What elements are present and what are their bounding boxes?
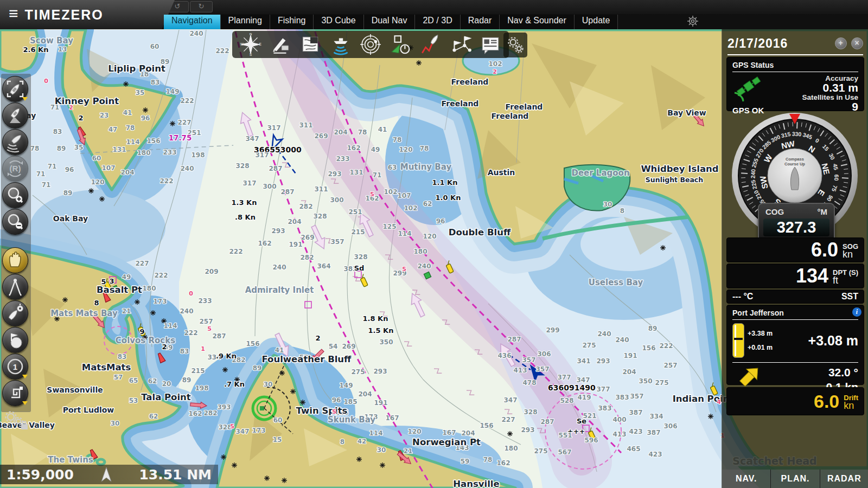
dropdown-arrow-icon[interactable] <box>22 401 28 405</box>
sounder-icon[interactable] <box>329 33 353 56</box>
rock-icon <box>279 370 285 376</box>
settings-gears-icon[interactable] <box>503 33 527 57</box>
rock-icon <box>356 457 362 462</box>
boat-track-button[interactable] <box>2 102 28 129</box>
svg-text:257: 257 <box>663 362 677 369</box>
svg-text:293: 293 <box>328 170 341 178</box>
svg-text:204: 204 <box>120 169 134 176</box>
svg-text:167: 167 <box>442 429 456 436</box>
svg-text:2: 2 <box>69 104 73 111</box>
tab-dual-nav[interactable]: Dual Nav <box>364 15 416 29</box>
man-overboard-button[interactable] <box>2 300 28 326</box>
svg-text:102: 102 <box>404 204 417 212</box>
svg-text:222: 222 <box>154 272 168 279</box>
dropdown-arrow-icon[interactable] <box>22 97 28 101</box>
dropdown-arrow-icon[interactable] <box>22 375 28 378</box>
rock-icon <box>660 245 666 251</box>
tab-2d-3d[interactable]: 2D / 3D <box>415 15 460 29</box>
rock-icon <box>170 121 175 126</box>
rock-icon <box>282 478 287 483</box>
satellites-label: Satellites in Use <box>775 93 858 101</box>
map-label: MatsMats <box>82 362 131 373</box>
redo-button[interactable]: ↻ <box>190 1 213 12</box>
relative-motion-button[interactable]: (R) <box>2 156 28 182</box>
svg-text:21: 21 <box>404 447 413 455</box>
depth-box: 134 DPT (S) ft <box>726 264 864 288</box>
svg-text:350: 350 <box>639 377 652 385</box>
map-label: Bay View <box>667 108 706 117</box>
workspace-tabs: NavigationPlanningFishing3D CubeDual Nav… <box>164 15 618 29</box>
current-label: 8 <box>94 299 99 307</box>
edit-tools-icon[interactable] <box>269 33 292 56</box>
svg-text:251: 251 <box>348 208 362 216</box>
dividers-button[interactable] <box>2 274 28 300</box>
annotations-icon[interactable] <box>478 33 502 56</box>
svg-text:293: 293 <box>271 227 285 235</box>
map-label: Double Bluff <box>449 227 511 237</box>
pan-hand-button[interactable] <box>2 247 28 273</box>
chart-toolbar: NSWE <box>232 31 509 58</box>
svg-text:78: 78 <box>126 124 135 132</box>
tab-nav-sounder[interactable]: Nav & Sounder <box>500 15 575 29</box>
tab-navigation[interactable]: Navigation <box>164 15 221 29</box>
map-label: Mats Mats Bay <box>50 309 118 318</box>
rock-icon <box>380 463 385 468</box>
svg-text:63: 63 <box>388 164 397 171</box>
app-logo: ≡ TIMEZERO <box>0 0 175 29</box>
svg-text:21: 21 <box>122 307 131 315</box>
tab-fishing[interactable]: Fishing <box>270 15 314 29</box>
cog-label: COG <box>765 207 784 216</box>
date-header: 2/17/2016 + × <box>727 33 863 55</box>
svg-text:293: 293 <box>373 368 387 375</box>
drop-mark-button[interactable] <box>2 327 28 353</box>
info-icon[interactable]: i <box>852 307 861 317</box>
compass-rose-icon[interactable]: NSWE <box>239 33 263 56</box>
route-button[interactable] <box>2 380 28 406</box>
tab-update[interactable]: Update <box>575 15 618 29</box>
tab-3d-cube[interactable]: 3D Cube <box>314 15 363 29</box>
goto-icon[interactable] <box>388 33 412 56</box>
svg-text:8: 8 <box>340 438 344 446</box>
boat-wake-button[interactable] <box>2 129 28 155</box>
svg-text:78: 78 <box>30 145 40 152</box>
zoom-out-button[interactable] <box>2 209 28 235</box>
tab-plan[interactable]: PLAN. <box>771 470 820 488</box>
add-navdata-button[interactable]: + <box>835 37 847 49</box>
compass-gauge[interactable]: 0153045607590105120135150165180195210225… <box>730 111 860 241</box>
menu-burger-icon[interactable]: ≡ <box>9 4 18 23</box>
svg-text:0: 0 <box>189 290 193 297</box>
rock-icon <box>507 431 513 436</box>
ship-wheel-icon[interactable] <box>687 15 699 29</box>
event-button[interactable]: 1 <box>2 354 28 380</box>
svg-text:30: 30 <box>603 201 612 208</box>
center-on-boat-button[interactable] <box>2 76 28 102</box>
tab-nav[interactable]: NAV. <box>722 470 771 488</box>
map-label: Swansonville <box>47 386 103 394</box>
chart-select-icon[interactable] <box>298 33 322 56</box>
zoom-in-button[interactable] <box>2 182 28 208</box>
svg-text:114: 114 <box>398 230 411 237</box>
svg-text:60: 60 <box>150 43 159 50</box>
svg-text:311: 311 <box>299 121 312 129</box>
active-route-icon[interactable] <box>419 33 443 56</box>
svg-text:5: 5 <box>370 191 374 198</box>
tab-radar[interactable]: RADAR <box>820 470 868 488</box>
svg-text:311: 311 <box>314 185 328 193</box>
tab-radar[interactable]: Radar <box>461 15 500 29</box>
svg-text:191: 191 <box>374 399 387 407</box>
map-label: Useless Bay <box>589 278 643 287</box>
svg-text:240: 240 <box>417 262 431 270</box>
svg-text:222: 222 <box>229 248 242 255</box>
tab-planning[interactable]: Planning <box>221 15 270 29</box>
radar-rings-icon[interactable] <box>359 33 382 56</box>
waypoints-icon[interactable] <box>449 33 473 56</box>
sst-value: --- °C <box>732 292 753 301</box>
depth-unit: ft <box>833 275 838 286</box>
tools-lock-icon[interactable] <box>3 410 28 432</box>
svg-text:191: 191 <box>623 352 637 359</box>
svg-text:328: 328 <box>354 253 367 261</box>
svg-text:E: E <box>259 42 261 46</box>
current-label: .7 Kn <box>224 380 245 388</box>
close-panel-button[interactable]: × <box>851 37 863 49</box>
svg-text:423: 423 <box>648 451 662 458</box>
